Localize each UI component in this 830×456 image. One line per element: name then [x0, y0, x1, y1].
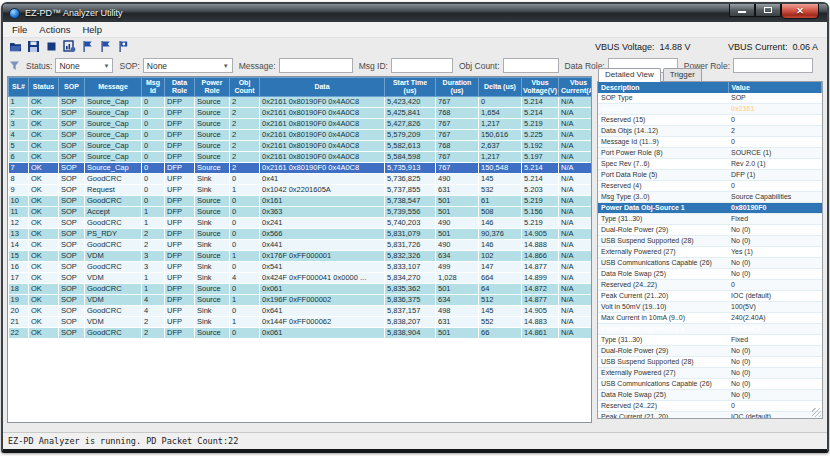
menu-file[interactable]: File: [6, 23, 33, 36]
detail-value: 0: [728, 181, 822, 192]
detail-row[interactable]: Header0x2161: [598, 104, 822, 115]
column-header-message[interactable]: Message: [85, 78, 142, 97]
packet-row[interactable]: 9OKSOPRequest0UFPSink10x1042 0x2201605A5…: [9, 185, 593, 196]
column-header-delta[interactable]: Delta (us): [479, 78, 522, 97]
detail-row[interactable]: Externally Powered (27)Yes (1): [598, 247, 822, 258]
flag-marker-2-icon[interactable]: [98, 39, 113, 54]
column-header-sl[interactable]: SL#: [9, 78, 29, 97]
maximize-button[interactable]: [755, 4, 781, 17]
packet-row[interactable]: 6OKSOPSource_Cap0DFPSource20x2161 0x8019…: [9, 152, 593, 163]
minimize-button[interactable]: [729, 4, 755, 17]
column-header-start_time[interactable]: Start Time (us): [385, 78, 436, 97]
detail-row[interactable]: Reserved (24..22)0: [598, 280, 822, 291]
menu-help[interactable]: Help: [76, 23, 108, 36]
menu-actions[interactable]: Actions: [33, 23, 76, 36]
column-header-data[interactable]: Data: [260, 78, 385, 97]
detail-row[interactable]: Spec Rev (7..6)Rev 2.0 (1): [598, 159, 822, 170]
open-file-icon[interactable]: [8, 39, 23, 54]
detail-row[interactable]: Type (31..30)Fixed: [598, 214, 822, 225]
tab-detailed-view[interactable]: Detailed View: [598, 68, 661, 82]
detail-row[interactable]: Externally Powered (27)No (0): [598, 368, 822, 379]
packet-row[interactable]: 22OKSOPGoodCRC2DFPSource00x0615,838,9045…: [9, 328, 593, 339]
detail-row[interactable]: Dual-Role Power (29)No (0): [598, 346, 822, 357]
packet-row[interactable]: 17OKSOPVDM1UFPSink40x424F 0xFF000041 0x0…: [9, 273, 593, 284]
packet-row[interactable]: 13OKSOPPS_RDY2DFPSource00x5665,831,07950…: [9, 229, 593, 240]
detail-row[interactable]: Max Current in 10mA (9..0)240(2.40A): [598, 313, 822, 324]
detail-row[interactable]: Type (31..30)Fixed: [598, 335, 822, 346]
detail-row[interactable]: Msg Type (3..0)Source Capabilities: [598, 192, 822, 203]
detail-row[interactable]: Power Data Obj-Source 20x4A0C8: [598, 324, 822, 335]
chart-report-icon[interactable]: [62, 39, 77, 54]
detail-row[interactable]: Data Objs (14..12)2: [598, 126, 822, 137]
packet-row[interactable]: 2OKSOPSource_Cap0DFPSource20x2161 0x8019…: [9, 108, 593, 119]
cell-sop: SOP: [59, 218, 85, 229]
column-header-msg_id[interactable]: Msg Id: [142, 78, 165, 97]
close-button[interactable]: ✕: [781, 4, 819, 19]
column-header-duration[interactable]: Duration (us): [436, 78, 479, 97]
packet-row[interactable]: 21OKSOPVDM2UFPSink10x144F 0xFF0000625,83…: [9, 317, 593, 328]
flag-marker-double-icon[interactable]: [116, 39, 131, 54]
cell-sl: 1: [9, 97, 29, 108]
column-header-obj_count[interactable]: Obj Count: [230, 78, 260, 97]
packet-row[interactable]: 16OKSOPGoodCRC3UFPSink00x5415,833,107499…: [9, 262, 593, 273]
detail-row[interactable]: Power Data Obj-Source 10x80190F0: [598, 203, 822, 214]
detail-row[interactable]: Data Role Swap (25)No (0): [598, 269, 822, 280]
detail-description: Data Role Swap (25): [598, 269, 728, 280]
detail-row[interactable]: Peak Current (21..20)IOC (default): [598, 291, 822, 302]
packet-row[interactable]: 8OKSOPGoodCRC0UFPSink00x415,736,82549014…: [9, 174, 593, 185]
column-header-vbus_v[interactable]: Vbus Voltage(V): [522, 78, 559, 97]
packet-row[interactable]: 7OKSOPSource_Cap0DFPSource20x2161 0x8019…: [9, 163, 593, 174]
packet-row[interactable]: 1OKSOPSource_Cap0DFPSource20x2161 0x8019…: [9, 97, 593, 108]
packet-row[interactable]: 4OKSOPSource_Cap0DFPSource20x2161 0x8019…: [9, 130, 593, 141]
packet-row[interactable]: 3OKSOPSource_Cap0DFPSource20x2161 0x8019…: [9, 119, 593, 130]
detail-row[interactable]: USB Communications Capable (26)No (0): [598, 258, 822, 269]
cell-vbus_v: 5.214: [522, 163, 559, 174]
packet-row[interactable]: 14OKSOPGoodCRC2UFPSink00x4415,831,726490…: [9, 240, 593, 251]
packet-row[interactable]: 19OKSOPVDM4DFPSource10x196F 0xFF0000025,…: [9, 295, 593, 306]
obj-count-filter-input[interactable]: [503, 58, 559, 73]
cell-status: OK: [29, 163, 59, 174]
message-filter-input[interactable]: [279, 58, 353, 73]
column-header-vbus_a[interactable]: Vbus Current(A): [559, 78, 593, 97]
packet-row[interactable]: 12OKSOPGoodCRC1UFPSink00x2415,740,203490…: [9, 218, 593, 229]
status-filter-select[interactable]: None ▼: [55, 58, 113, 73]
detail-row[interactable]: Peak Current (21..20)IOC (default): [598, 412, 822, 420]
cell-obj_count: 1: [230, 295, 260, 306]
column-header-power_role[interactable]: Power Role: [195, 78, 230, 97]
detail-row[interactable]: Data Role Swap (25)No (0): [598, 390, 822, 401]
detail-row[interactable]: USB Suspend Supported (28)No (0): [598, 357, 822, 368]
column-header-status[interactable]: Status: [29, 78, 59, 97]
cell-duration: 490: [436, 174, 479, 185]
flag-marker-1-icon[interactable]: [80, 39, 95, 54]
cell-vbus_a: N/A: [559, 218, 593, 229]
detail-row[interactable]: Reserved (4)0: [598, 181, 822, 192]
detail-row[interactable]: SOP TypeSOP: [598, 93, 822, 104]
detail-row[interactable]: Port Power Role (8)SOURCE (1): [598, 148, 822, 159]
column-header-sop[interactable]: SOP: [59, 78, 85, 97]
packet-row[interactable]: 11OKSOPAccept1DFPSource00x3635,739,55650…: [9, 207, 593, 218]
msg-id-filter-input[interactable]: [391, 58, 453, 73]
detail-row[interactable]: Message Id (11..9)0: [598, 137, 822, 148]
detail-row[interactable]: Volt in 50mV (19..10)100(5V): [598, 302, 822, 313]
sop-filter-select[interactable]: None ▼: [143, 58, 233, 73]
tab-trigger[interactable]: Trigger: [663, 68, 702, 82]
detail-row[interactable]: USB Suspend Supported (28)No (0): [598, 236, 822, 247]
cell-duration: 767: [436, 119, 479, 130]
cell-delta: 0: [479, 97, 522, 108]
packet-row[interactable]: 5OKSOPSource_Cap0DFPSource20x2161 0x8019…: [9, 141, 593, 152]
column-header-data_role[interactable]: Data Role: [165, 78, 195, 97]
cell-power_role: Sink: [195, 262, 230, 273]
packet-row[interactable]: 15OKSOPVDM3DFPSource10x176F 0xFF0000015,…: [9, 251, 593, 262]
detail-row[interactable]: Dual-Role Power (29)No (0): [598, 225, 822, 236]
stop-capture-icon[interactable]: [44, 39, 59, 54]
detail-row[interactable]: Reserved (15)0: [598, 115, 822, 126]
detail-row[interactable]: Reserved (24..22)0: [598, 401, 822, 412]
title-bar[interactable]: EZ-PD™ Analyzer Utility: [3, 4, 827, 22]
resize-grip[interactable]: [812, 408, 821, 417]
packet-row[interactable]: 18OKSOPGoodCRC1DFPSource00x0615,835,3625…: [9, 284, 593, 295]
save-file-icon[interactable]: [26, 39, 41, 54]
detail-row[interactable]: Port Data Role (5)DFP (1): [598, 170, 822, 181]
packet-row[interactable]: 20OKSOPGoodCRC4UFPSink00x6415,837,157498…: [9, 306, 593, 317]
detail-row[interactable]: USB Communications Capable (26)No (0): [598, 379, 822, 390]
packet-row[interactable]: 10OKSOPGoodCRC0DFPSource00x1615,738,5475…: [9, 196, 593, 207]
